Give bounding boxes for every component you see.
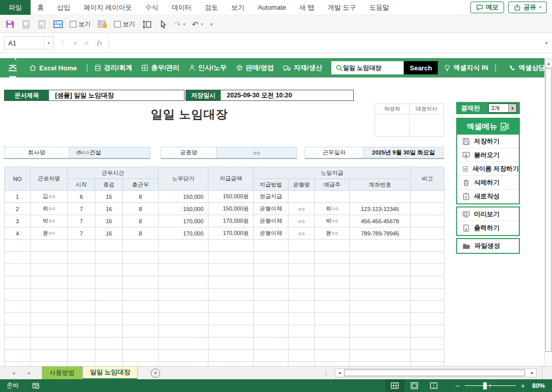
cell[interactable] xyxy=(315,350,350,362)
window-split-icon[interactable] xyxy=(53,19,63,29)
cell[interactable] xyxy=(350,289,411,301)
cell[interactable] xyxy=(254,252,288,264)
cell[interactable] xyxy=(123,240,159,252)
cell[interactable] xyxy=(350,301,411,313)
cell[interactable] xyxy=(411,301,444,313)
cell[interactable] xyxy=(350,362,411,367)
cell[interactable] xyxy=(254,264,288,276)
cell[interactable] xyxy=(288,289,315,301)
cell[interactable] xyxy=(350,276,411,289)
cell[interactable] xyxy=(95,240,123,252)
cell[interactable] xyxy=(315,301,350,313)
cell[interactable] xyxy=(350,325,411,337)
tab-new-tab[interactable]: 새 탭 xyxy=(293,0,321,15)
cell[interactable] xyxy=(95,264,123,276)
cell[interactable] xyxy=(31,325,68,337)
cell[interactable] xyxy=(123,313,159,325)
approval-sign-cell[interactable] xyxy=(409,114,444,137)
zoom-level[interactable]: 80% xyxy=(532,382,545,389)
cell[interactable]: 7 xyxy=(68,203,95,215)
redo-icon[interactable]: ↷ ▾ xyxy=(174,20,186,28)
cell[interactable] xyxy=(254,289,288,301)
cell[interactable] xyxy=(68,337,95,350)
cell[interactable] xyxy=(31,264,68,276)
cell[interactable] xyxy=(254,313,288,325)
cell[interactable] xyxy=(254,337,288,350)
cell[interactable] xyxy=(208,350,254,362)
cell[interactable] xyxy=(411,191,444,203)
cell[interactable]: 456-456-45678 xyxy=(350,215,411,227)
tab-insert[interactable]: 삽입 xyxy=(50,0,77,15)
vertical-scrollbar[interactable]: ▲ xyxy=(544,59,552,366)
name-box[interactable]: A1 ▾ xyxy=(4,36,54,49)
cell[interactable]: 박○○ xyxy=(31,215,68,227)
page-break-view-button[interactable] xyxy=(424,379,443,392)
cell[interactable] xyxy=(315,337,350,350)
cell[interactable] xyxy=(350,264,411,276)
cell[interactable] xyxy=(208,362,254,367)
cell[interactable]: 150,000 xyxy=(159,191,208,203)
cell[interactable] xyxy=(208,289,254,301)
cell[interactable]: 170,000원 xyxy=(208,227,254,240)
cell[interactable] xyxy=(159,301,208,313)
cell[interactable]: 8 xyxy=(123,203,159,215)
cell[interactable] xyxy=(159,337,208,350)
menu-item-print[interactable]: 출력하기 xyxy=(457,221,519,235)
tab-automate[interactable]: Automate xyxy=(251,0,293,15)
nav-category-sales[interactable]: 판매/영업 xyxy=(236,63,274,72)
cell[interactable] xyxy=(159,289,208,301)
cell[interactable]: 윤○○ xyxy=(315,227,350,240)
cell[interactable] xyxy=(95,337,123,350)
cell[interactable] xyxy=(159,252,208,264)
cell[interactable] xyxy=(31,240,68,252)
tab-formulas[interactable]: 수식 xyxy=(139,0,165,15)
excel-knowledge-link[interactable]: 엑셀지식 IN xyxy=(444,63,488,72)
cell[interactable] xyxy=(31,337,68,350)
cell[interactable] xyxy=(123,350,159,362)
cell[interactable] xyxy=(315,289,350,301)
zoom-slider-thumb[interactable] xyxy=(483,382,487,389)
cell[interactable] xyxy=(315,252,350,264)
paste-formulas-icon[interactable]: fx xyxy=(37,19,46,29)
cell[interactable] xyxy=(5,252,31,264)
nav-category-admin[interactable]: 총무/관리 xyxy=(141,63,179,72)
cell[interactable] xyxy=(68,264,95,276)
cell[interactable]: 윤○○ xyxy=(31,227,68,240)
scroll-up-icon[interactable]: ▲ xyxy=(545,59,552,68)
cell[interactable]: ○○ xyxy=(288,227,315,240)
cell[interactable] xyxy=(411,362,444,367)
select-cursor-icon[interactable] xyxy=(159,19,168,30)
cell[interactable] xyxy=(68,325,95,337)
cell[interactable] xyxy=(5,240,31,252)
nav-category-materials[interactable]: 자재/생산 xyxy=(283,63,322,72)
normal-view-button[interactable] xyxy=(385,379,405,392)
cell[interactable] xyxy=(159,264,208,276)
cell[interactable] xyxy=(31,350,68,362)
cell[interactable]: 현금지급 xyxy=(254,191,288,203)
cell[interactable]: 8 xyxy=(123,191,159,203)
menu-item-file-create[interactable]: 파일생성 xyxy=(457,239,519,253)
cell[interactable]: 123-123-12345 xyxy=(350,203,411,215)
cell[interactable] xyxy=(68,240,95,252)
tab-review[interactable]: 검토 xyxy=(198,0,225,15)
cell[interactable] xyxy=(411,313,444,325)
cell[interactable]: 8 xyxy=(123,215,159,227)
row-height-icon[interactable] xyxy=(142,19,152,30)
cell[interactable] xyxy=(315,325,350,337)
cell[interactable] xyxy=(123,252,159,264)
cell[interactable] xyxy=(123,337,159,350)
cell[interactable] xyxy=(288,264,315,276)
cell[interactable] xyxy=(315,264,350,276)
cell[interactable] xyxy=(208,325,254,337)
cell[interactable]: 8 xyxy=(123,227,159,240)
sheet-next-icon[interactable]: ► xyxy=(27,371,32,376)
cell[interactable] xyxy=(315,362,350,367)
cell[interactable]: 150,000원 xyxy=(208,191,254,203)
cell[interactable]: 170,000원 xyxy=(208,215,254,227)
cell[interactable] xyxy=(411,337,444,350)
cell[interactable] xyxy=(411,240,444,252)
scroll-right-icon[interactable]: ► xyxy=(528,369,536,377)
paste-values-icon[interactable]: 123 xyxy=(21,19,31,29)
splitter-handle-icon[interactable]: ⋮ xyxy=(323,370,330,377)
sheet-tab-wage-ledger[interactable]: 일일 노임대장 xyxy=(83,367,138,379)
